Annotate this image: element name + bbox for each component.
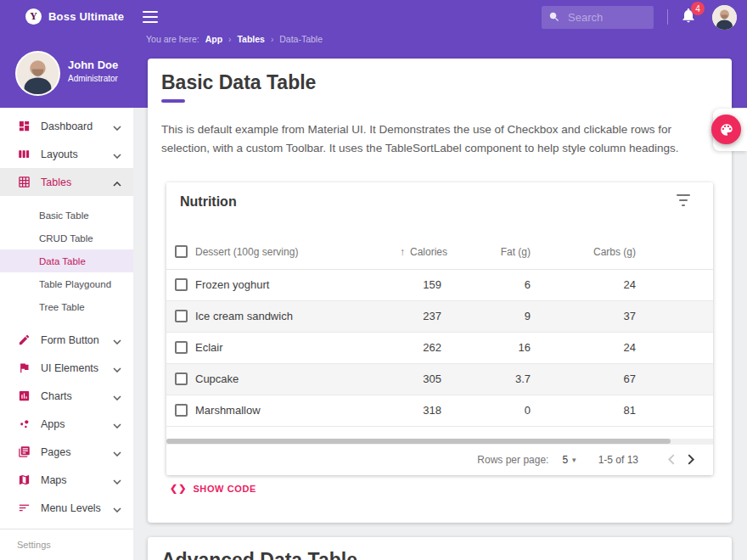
column-header-dessert[interactable]: Dessert (100g serving)	[195, 235, 400, 269]
next-page-button[interactable]	[681, 450, 701, 470]
page-title: Basic Data Table	[161, 71, 316, 94]
breadcrumb-app[interactable]: App	[205, 34, 222, 44]
previous-page-button[interactable]	[660, 450, 681, 470]
cell-carbs: 67	[537, 363, 643, 395]
palette-icon	[719, 122, 734, 137]
sidebar-subitem-tree-table[interactable]: Tree Table	[0, 295, 133, 318]
nutrition-table: Dessert (100g serving) ↑Calories Fat (g)…	[166, 235, 713, 427]
column-label: Calories	[410, 246, 447, 258]
show-code-button[interactable]: ❮❯ SHOW CODE	[170, 483, 256, 494]
panel-title: Nutrition	[180, 194, 237, 210]
page-description: This is default example from Material UI…	[161, 120, 699, 157]
sidebar-subitem-data-table[interactable]: Data Table	[0, 249, 133, 272]
subitem-label: Data Table	[39, 256, 86, 266]
tables-icon	[17, 176, 31, 189]
nutrition-panel: Nutrition Dessert (100g serving) ↑Calori…	[166, 182, 713, 475]
table-row[interactable]: Marshmallow 318 0 81	[166, 395, 713, 426]
breadcrumb-separator: ›	[228, 35, 231, 44]
filter-icon[interactable]	[676, 194, 691, 206]
row-checkbox[interactable]	[175, 278, 188, 291]
sidebar-item-label: Form Button	[41, 334, 113, 346]
cell-fat: 6	[448, 269, 537, 300]
pagination-range: 1-5 of 13	[598, 454, 638, 466]
cell-calories: 159	[400, 269, 448, 300]
sidebar-item-maps[interactable]: Maps	[0, 466, 133, 494]
sidebar-item-form-button[interactable]: Form Button	[0, 326, 133, 354]
sidebar-item-menu-levels[interactable]: Menu Levels	[0, 494, 133, 522]
cell-dessert: Eclair	[195, 332, 400, 363]
cell-dessert: Marshmallow	[195, 395, 400, 426]
breadcrumb-tables[interactable]: Tables	[237, 34, 264, 44]
cell-carbs: 24	[537, 269, 643, 300]
show-code-label: SHOW CODE	[193, 484, 256, 494]
cell-calories: 305	[400, 363, 448, 395]
caret-down-icon: ▾	[572, 456, 576, 464]
sort-asc-icon: ↑	[400, 246, 405, 258]
search-box[interactable]	[542, 6, 654, 29]
cell-calories: 318	[400, 395, 448, 426]
sidebar-item-label: UI Elements	[41, 362, 113, 374]
table-row[interactable]: Ice cream sandwich 237 9 37	[166, 300, 713, 332]
column-label: Carbs (g)	[593, 246, 636, 258]
sidebar: John Doe Administrator Dashboard Layouts…	[0, 49, 133, 560]
row-checkbox[interactable]	[175, 372, 188, 385]
theme-settings-button[interactable]	[711, 115, 741, 144]
sidebar-item-label: Charts	[41, 390, 113, 402]
column-header-calories[interactable]: ↑Calories	[400, 235, 448, 269]
next-section-title: Advanced Data Table	[161, 549, 357, 560]
row-checkbox[interactable]	[175, 341, 188, 354]
cell-dessert: Frozen yoghurt	[195, 269, 400, 300]
sidebar-settings[interactable]: Settings	[0, 529, 133, 550]
sidebar-item-dashboard[interactable]: Dashboard	[0, 112, 133, 140]
column-label: Dessert (100g serving)	[195, 246, 298, 258]
table-row[interactable]: Cupcake 305 3.7 67	[166, 363, 713, 395]
sidebar-subitem-table-playgound[interactable]: Table Playgound	[0, 272, 133, 295]
sidebar-subitem-basic-table[interactable]: Basic Table	[0, 204, 133, 227]
profile-avatar	[15, 51, 60, 96]
sidebar-item-charts[interactable]: Charts	[0, 382, 133, 410]
row-checkbox[interactable]	[175, 310, 188, 322]
sidebar-subitem-crud-table[interactable]: CRUD Table	[0, 227, 133, 249]
cell-dessert: Cupcake	[195, 363, 400, 395]
chevron-down-icon	[113, 119, 121, 134]
row-checkbox[interactable]	[175, 404, 188, 417]
sidebar-item-layouts[interactable]: Layouts	[0, 140, 133, 168]
bubbles-icon	[17, 417, 31, 431]
cell-fat: 9	[448, 300, 537, 332]
topbar-separator	[667, 9, 668, 25]
search-input[interactable]	[568, 11, 647, 24]
breadcrumb-prefix: You are here:	[146, 34, 199, 44]
subitem-label: CRUD Table	[39, 233, 93, 244]
column-label: Fat (g)	[501, 246, 531, 258]
chevron-down-icon	[113, 333, 121, 348]
table-row[interactable]: Eclair 262 16 24	[166, 332, 713, 363]
column-header-fat[interactable]: Fat (g)	[448, 235, 537, 269]
table-header-row: Dessert (100g serving) ↑Calories Fat (g)…	[166, 235, 713, 269]
chevron-left-icon	[667, 454, 675, 465]
cell-calories: 237	[400, 300, 448, 332]
brand[interactable]: Y Boss Ultimate	[25, 8, 124, 25]
sidebar-item-label: Maps	[41, 474, 113, 486]
sidebar-item-pages[interactable]: Pages	[0, 438, 133, 466]
user-avatar[interactable]	[712, 5, 737, 30]
title-underline	[161, 99, 185, 103]
brand-logo-icon: Y	[25, 8, 42, 25]
breadcrumb: You are here: App › Tables › Data-Table	[146, 34, 323, 44]
select-all-checkbox[interactable]	[175, 245, 188, 258]
sidebar-item-ui-elements[interactable]: UI Elements	[0, 354, 133, 382]
sidebar-nav: Dashboard Layouts Tables Basic Table CRU…	[0, 108, 133, 560]
column-header-carbs[interactable]: Carbs (g)	[537, 235, 643, 269]
table-row[interactable]: Frozen yoghurt 159 6 24	[166, 269, 713, 300]
chevron-right-icon	[688, 454, 695, 465]
notifications-button[interactable]: 4	[680, 6, 699, 28]
cell-carbs: 37	[537, 300, 643, 332]
map-icon	[17, 473, 31, 487]
topbar: Y Boss Ultimate 4	[0, 0, 747, 34]
rows-per-page-select[interactable]: 5 ▾	[562, 454, 576, 466]
sidebar-item-tables[interactable]: Tables	[0, 168, 133, 196]
chevron-down-icon	[113, 417, 121, 432]
sidebar-item-label: Pages	[41, 446, 113, 458]
cell-fat: 16	[448, 332, 537, 363]
menu-toggle-button[interactable]	[143, 11, 158, 23]
sidebar-item-apps[interactable]: Apps	[0, 410, 133, 438]
